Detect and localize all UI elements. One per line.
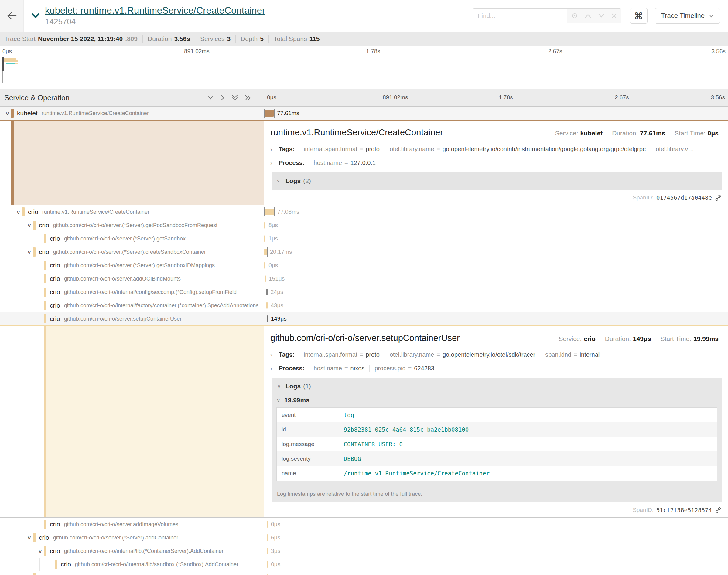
span-name-cell[interactable]: crio github.com/cri-o/cri-o/server.setup… <box>0 312 264 326</box>
expand-all-double-chevron-down-icon[interactable] <box>231 95 238 101</box>
minimap-canvas[interactable] <box>0 56 728 84</box>
logs-accordion[interactable]: ∨ Logs(1) <box>271 378 722 395</box>
service-name: crio <box>50 235 60 242</box>
span-name-cell[interactable]: crio github.com/cri-o/cri-o/internal/con… <box>0 285 264 299</box>
span-row[interactable]: crio github.com/cri-o/cri-o/internal/con… <box>0 285 728 299</box>
span-duration-bar[interactable] <box>264 222 265 229</box>
span-timeline-cell[interactable]: 3μs <box>264 544 728 558</box>
span-row[interactable]: crio github.com/cri-o/cri-o/server.(*Ser… <box>0 531 728 544</box>
span-duration-bar[interactable] <box>264 235 265 242</box>
collapse-one-level-chevron-right-icon[interactable] <box>221 94 225 101</box>
span-row[interactable]: crio github.com/cri-o/cri-o/server.addIm… <box>0 518 728 531</box>
trace-title-link[interactable]: kubelet: runtime.v1.RuntimeService/Creat… <box>45 5 265 16</box>
span-name-cell[interactable]: kubelet runtime.v1.RuntimeService/Create… <box>0 107 264 120</box>
span-duration-bar[interactable] <box>267 521 268 528</box>
chevron-down-icon[interactable] <box>14 209 22 215</box>
trace-view-selector[interactable]: Trace Timeline <box>655 8 720 24</box>
span-timeline-cell[interactable]: 43μs <box>264 299 728 312</box>
span-name-cell[interactable]: crio github.com/cri-o/cri-o/server.(*Ser… <box>0 245 264 259</box>
span-name-cell[interactable]: crio github.com/cri-o/cri-o/server.(*Ser… <box>0 218 264 232</box>
chevron-down-icon[interactable] <box>26 222 33 229</box>
span-row[interactable]: crio github.com/cri-o/cri-o/server.(*Ser… <box>0 259 728 272</box>
chevron-down-icon[interactable] <box>26 535 33 541</box>
span-timeline-cell[interactable]: 1μs <box>264 232 728 245</box>
span-duration-bar[interactable] <box>267 548 268 554</box>
find-next-chevron-down-icon[interactable] <box>598 14 605 18</box>
span-row[interactable]: crio runtime.v1.RuntimeService/CreateCon… <box>0 205 728 218</box>
span-row[interactable]: kubelet runtime.v1.RuntimeService/Create… <box>0 107 728 120</box>
span-duration-bar[interactable] <box>267 534 268 541</box>
span-duration-bar[interactable] <box>266 302 268 309</box>
span-timeline-cell[interactable]: 20.17ms <box>264 245 728 259</box>
span-detail-title: runtime.v1.RuntimeService/CreateContaine… <box>270 128 551 138</box>
span-row[interactable]: crio github.com/cri-o/cri-o/server.(*Ser… <box>0 232 728 245</box>
span-duration-bar[interactable] <box>264 262 265 269</box>
column-resizer-handle[interactable] <box>255 95 258 100</box>
process-accordion[interactable]: › Process: host.name=nixos process.pid=6… <box>270 362 724 375</box>
span-timeline-cell[interactable]: 77.61ms <box>264 107 728 120</box>
tags-accordion[interactable]: › Tags: internal.span.format=proto otel.… <box>270 142 724 156</box>
service-name: crio <box>50 289 60 296</box>
span-timeline-cell[interactable]: 0μs <box>264 259 728 272</box>
operation-name: github.com/cri-o/cri-o/server.(*Server).… <box>64 262 215 269</box>
span-row[interactable]: crio github.com/cri-o/cri-o/server.addOC… <box>0 272 728 285</box>
span-row[interactable]: crio github.com/cri-o/cri-o/internal/lib… <box>0 544 728 558</box>
span-timeline-cell[interactable]: 0μs <box>264 518 728 531</box>
span-duration-bar[interactable] <box>267 315 268 322</box>
span-name-cell[interactable]: crio github.com/cri-o/cri-o/server.addOC… <box>0 272 264 285</box>
span-row[interactable]: crio github.com/cri-o/cri-o/server.(*Ser… <box>0 245 728 259</box>
span-duration-bar[interactable] <box>264 209 274 215</box>
span-row[interactable]: crio github.com/cri-o/cri-o/internal/fac… <box>0 299 728 312</box>
span-timeline-cell[interactable]: 6μs <box>264 531 728 544</box>
span-color-bar <box>44 234 46 243</box>
logs-accordion[interactable]: › Logs(2) <box>271 172 722 190</box>
span-timeline-cell[interactable]: 149μs <box>264 312 728 326</box>
process-accordion[interactable]: › Process: host.name=127.0.0.1 <box>270 156 724 170</box>
span-name-cell[interactable]: crio github.com/cri-o/cri-o/server.(*Ser… <box>0 232 264 245</box>
span-timeline-cell[interactable]: 151μs <box>264 272 728 285</box>
span-row[interactable]: crio github.com/cri-o/cri-o/server.(*Ser… <box>0 218 728 232</box>
span-timeline-cell[interactable]: 24μs <box>264 285 728 299</box>
span-duration-bar[interactable] <box>265 275 266 282</box>
span-name-cell[interactable]: crio github.com/cri-o/cri-o/internal/fac… <box>0 299 264 312</box>
span-name-cell[interactable]: crio github.com/cri-o/cri-o/server.(*Ser… <box>0 531 264 544</box>
span-name-cell[interactable]: crio github.com/cri-o/cri-o/server.(*Ser… <box>0 571 264 575</box>
find-input[interactable] <box>473 8 567 23</box>
find-prev-chevron-up-icon[interactable] <box>585 14 591 18</box>
operation-name: github.com/cri-o/cri-o/internal/config/s… <box>64 289 237 295</box>
span-name-cell[interactable]: crio runtime.v1.RuntimeService/CreateCon… <box>0 205 264 218</box>
span-duration-bar[interactable] <box>267 561 268 568</box>
locate-span-icon[interactable] <box>571 12 578 19</box>
span-name-cell[interactable]: crio github.com/cri-o/cri-o/internal/lib… <box>0 558 264 571</box>
back-button[interactable] <box>0 0 24 32</box>
log-entry-accordion[interactable]: ∨ 19.99ms <box>276 395 717 407</box>
span-row[interactable]: crio github.com/cri-o/cri-o/internal/lib… <box>0 558 728 571</box>
span-timeline-cell[interactable]: 0μs <box>264 558 728 571</box>
deep-link-icon[interactable] <box>715 507 721 513</box>
chevron-down-icon <box>709 14 714 18</box>
span-row[interactable]: crio github.com/cri-o/cri-o/server.setup… <box>0 312 728 326</box>
service-name: crio <box>28 208 38 215</box>
span-timeline-cell[interactable]: 8μs <box>264 218 728 232</box>
span-duration-bar[interactable] <box>264 110 274 116</box>
collapse-header-chevron-down-icon[interactable] <box>31 13 40 19</box>
span-duration-bar[interactable] <box>264 249 267 255</box>
span-timeline-cell[interactable]: 77.08ms <box>264 205 728 218</box>
deep-link-icon[interactable] <box>715 195 721 201</box>
expand-one-level-chevron-down-icon[interactable] <box>207 96 214 100</box>
span-duration-bar[interactable] <box>266 289 268 295</box>
keyboard-shortcuts-button[interactable]: ⌘ <box>630 8 648 24</box>
span-name-cell[interactable]: crio github.com/cri-o/cri-o/server.addIm… <box>0 518 264 531</box>
span-timeline-cell[interactable]: 0μs <box>264 571 728 575</box>
chevron-down-icon[interactable] <box>26 249 33 255</box>
span-detail-content: runtime.v1.RuntimeService/CreateContaine… <box>264 121 728 205</box>
chevron-down-icon[interactable] <box>36 548 44 554</box>
span-name-cell[interactable]: crio github.com/cri-o/cri-o/server.(*Ser… <box>0 259 264 272</box>
minimap-scrubber-handle[interactable] <box>2 57 4 71</box>
tags-accordion[interactable]: › Tags: internal.span.format=proto otel.… <box>270 348 724 362</box>
span-name-cell[interactable]: crio github.com/cri-o/cri-o/internal/lib… <box>0 544 264 558</box>
collapse-all-double-chevron-right-icon[interactable] <box>245 94 251 101</box>
span-row[interactable]: crio github.com/cri-o/cri-o/server.(*Ser… <box>0 571 728 575</box>
find-clear-close-icon[interactable] <box>611 13 617 19</box>
chevron-down-icon[interactable] <box>4 110 11 116</box>
